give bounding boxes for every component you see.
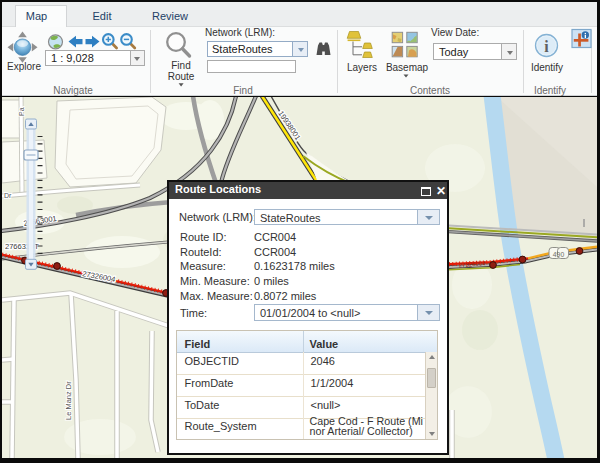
svg-text:i: i [544, 38, 549, 55]
svg-text:Dr: Dr [4, 192, 12, 199]
svg-text:Le Manz Dr: Le Manz Dr [64, 381, 73, 420]
svg-text:Pa: Pa [18, 107, 25, 116]
svg-text:490: 490 [553, 251, 565, 258]
